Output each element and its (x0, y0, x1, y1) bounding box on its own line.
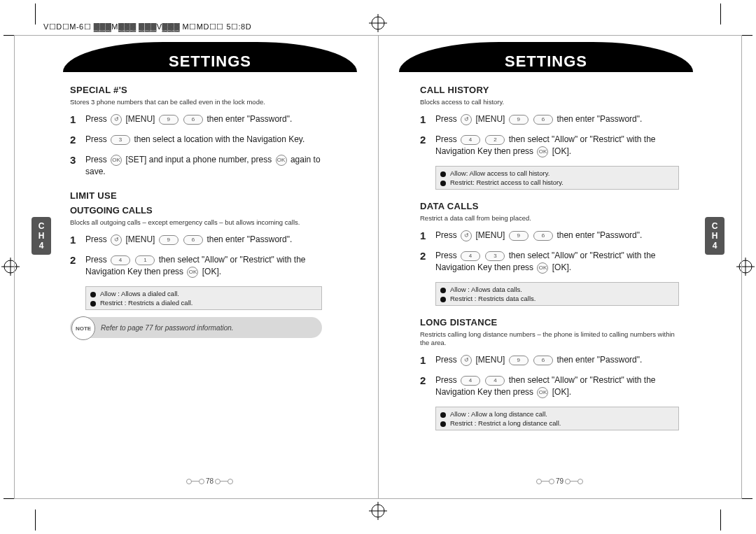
key-icon: 6 (533, 231, 553, 241)
section-desc: Blocks access to call history. (420, 98, 679, 106)
chapter-tab: C H 4 (705, 217, 724, 255)
info-text: Restrict: Restrict access to call histor… (450, 178, 564, 186)
key-icon: 9 (159, 115, 178, 125)
trim-line (14, 35, 15, 499)
section-desc: Restrict a data call from being placed. (420, 214, 679, 223)
subsection-outgoing: OUTGOING CALLS (70, 205, 322, 216)
page-content: CALL HISTORY Blocks access to call histo… (399, 72, 721, 430)
key-icon: 2 (485, 135, 505, 145)
step-number: 1 (420, 113, 426, 125)
step-number: 1 (420, 230, 426, 241)
key-icon: 4 (461, 376, 480, 386)
chapter-tab-line: C (31, 221, 51, 231)
step-text: [MENU] (125, 114, 155, 124)
crop-mark (35, 510, 36, 531)
info-box: Allow : Allow a long distance call. Rest… (435, 407, 679, 430)
step-item: 2 Press 4 3 then select "Allow" or "Rest… (420, 250, 679, 274)
page-number-left: 78 (189, 477, 230, 485)
section-desc: Restricts calling long distance numbers … (420, 330, 679, 347)
step-text: then enter "Password". (556, 230, 642, 240)
page-left: SETTINGS C H 4 SPECIAL #'S Stores 3 phon… (35, 42, 357, 338)
step-text: Press (435, 375, 457, 385)
step-item: 1 Press ↺ [MENU] 9 6 then enter "Passwor… (420, 354, 679, 366)
step-text: [OK]. (552, 262, 571, 272)
step-text: Press (435, 134, 457, 144)
step-text: [OK]. (552, 146, 571, 156)
ok-key-icon: OK (111, 155, 122, 166)
bullet-icon (440, 297, 446, 302)
step-text: Press (85, 234, 107, 244)
step-text: then enter "Password". (556, 355, 642, 365)
step-text: [MENU] (475, 114, 505, 124)
chapter-tab-line: 4 (31, 241, 51, 251)
crop-mark (720, 510, 721, 531)
info-text: Allow : Allows a dialed call. (100, 290, 179, 297)
banner-title: SETTINGS (399, 52, 693, 71)
step-text: then enter "Password". (206, 234, 292, 244)
bullet-icon (440, 171, 446, 177)
step-text: Press (85, 255, 107, 265)
step-number: 2 (420, 134, 426, 146)
step-text: Press (85, 134, 107, 144)
ornament-icon (218, 481, 230, 482)
section-limit-use: LIMIT USE (70, 190, 322, 201)
steps-list: 1 Press ↺ [MENU] 9 6 then enter "Passwor… (70, 113, 322, 178)
page-banner: SETTINGS (399, 42, 693, 72)
key-icon: 6 (183, 235, 203, 245)
step-text: [SET] and input a phone number, press (125, 155, 272, 164)
banner-title: SETTINGS (63, 52, 357, 71)
info-text: Restrict : Restricts data calls. (450, 295, 536, 302)
step-number: 1 (70, 113, 76, 125)
key-icon: 9 (509, 356, 528, 365)
section-data-calls: DATA CALLS (420, 201, 679, 211)
step-item: 2 Press 4 1 then select "Allow" or "Rest… (70, 254, 322, 278)
page-number-right: 79 (539, 477, 580, 485)
step-text: Press (435, 230, 457, 240)
key-icon: 4 (111, 255, 130, 265)
bullet-icon (440, 288, 446, 293)
bullet-icon (440, 421, 446, 427)
info-text: Restrict : Restrict a long distance call… (450, 419, 561, 427)
ornament-icon (568, 481, 580, 482)
step-text: Press (85, 114, 107, 124)
step-item: 1 Press ↺ [MENU] 9 6 then enter "Passwor… (70, 113, 322, 125)
menu-key-icon: ↺ (461, 114, 472, 125)
page-right: SETTINGS C H 4 CALL HISTORY Blocks acces… (399, 42, 721, 436)
step-text: Press (85, 155, 107, 164)
section-desc: Stores 3 phone numbers that can be calle… (70, 98, 322, 106)
step-number: 2 (70, 254, 76, 266)
info-text: Allow: Allow access to call history. (450, 169, 550, 177)
key-icon: 3 (485, 251, 505, 261)
ok-key-icon: OK (187, 267, 198, 278)
step-text: Press (435, 114, 457, 124)
registration-mark-icon (369, 14, 387, 32)
step-item: 3 Press OK [SET] and input a phone numbe… (70, 154, 322, 178)
step-text: [OK]. (202, 267, 221, 276)
page-content: SPECIAL #'S Stores 3 phone numbers that … (35, 72, 357, 338)
step-text: then enter "Password". (206, 114, 292, 124)
step-item: 1 Press ↺ [MENU] 9 6 then enter "Passwor… (420, 230, 679, 241)
step-number: 2 (420, 374, 426, 386)
info-box: Allow : Allows data calls. Restrict : Re… (435, 282, 679, 306)
key-icon: 4 (461, 135, 480, 145)
info-box: Allow : Allows a dialed call. Restrict :… (85, 286, 322, 310)
section-special-nums: SPECIAL #'S (70, 85, 322, 95)
info-text: Restrict : Restricts a dialed call. (100, 299, 193, 307)
bullet-icon (440, 181, 446, 186)
section-desc: Blocks all outgoing calls – except emerg… (70, 218, 322, 227)
ok-key-icon: OK (537, 387, 548, 398)
registration-mark-icon (1, 258, 20, 276)
manual-spread: V☐D☐M-6☐ ▓▓▓M▓▓▓ ▓▓▓V▓▓▓ M☐MD☐☐ 5☐:8D SE… (0, 0, 756, 534)
step-text: Press (435, 355, 457, 365)
ok-key-icon: OK (537, 262, 548, 274)
menu-key-icon: ↺ (111, 114, 122, 125)
key-icon: 9 (509, 231, 528, 241)
trim-line (741, 35, 742, 499)
key-icon: 6 (533, 115, 553, 125)
step-number: 2 (420, 250, 426, 262)
step-item: 2 Press 4 4 then select "Allow" or "Rest… (420, 374, 679, 398)
chapter-tab-line: H (31, 231, 51, 241)
key-icon: 6 (533, 356, 553, 365)
key-icon: 3 (111, 135, 130, 145)
step-item: 1 Press ↺ [MENU] 9 6 then enter "Passwor… (70, 234, 322, 246)
